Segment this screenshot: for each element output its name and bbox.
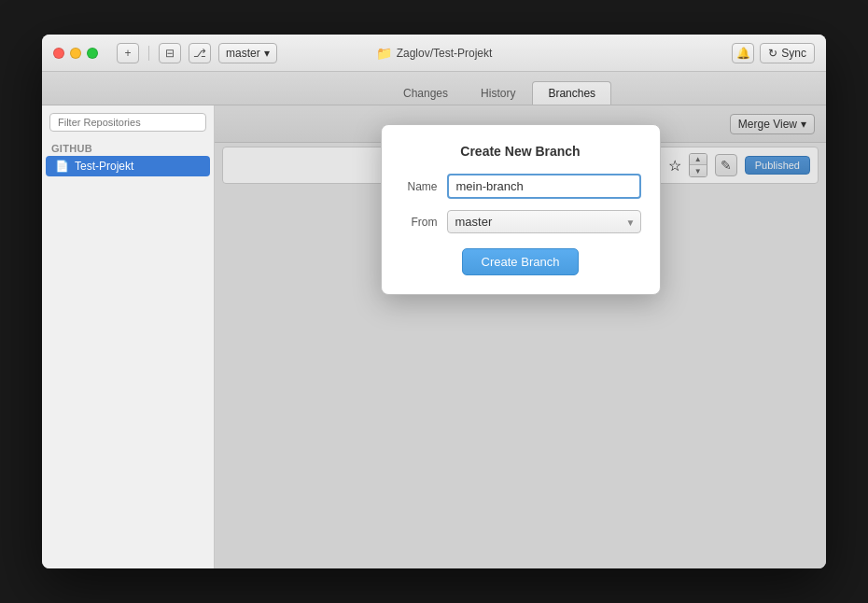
bell-icon: 🔔: [736, 47, 750, 60]
create-branch-button[interactable]: Create Branch: [462, 248, 580, 275]
folder-icon: 📁: [376, 46, 392, 61]
sidebar-item-test-projekt[interactable]: 📄 Test-Projekt: [46, 156, 210, 176]
branch-name-input[interactable]: [447, 174, 641, 199]
content-area: Merge View ▾ 3:35 nachm. ☆ ▲ ▼: [215, 105, 826, 568]
name-label: Name: [400, 180, 438, 193]
close-button[interactable]: [53, 48, 64, 59]
modal-footer: Create Branch: [400, 248, 641, 275]
title-text: Zaglov/Test-Projekt: [397, 47, 493, 60]
branch-icon: ⎇: [193, 47, 206, 60]
create-branch-modal: Create New Branch Name From master devel…: [381, 124, 661, 295]
titlebar-center: 📁 Zaglov/Test-Projekt: [376, 46, 493, 61]
chevron-down-icon: ▾: [264, 47, 270, 60]
layout-button[interactable]: ⊟: [159, 43, 181, 63]
branch-selector[interactable]: master ▾: [218, 43, 277, 63]
titlebar-left: + ⊟ ⎇ master ▾: [117, 43, 277, 63]
tab-changes[interactable]: Changes: [387, 81, 464, 105]
sync-button[interactable]: ↻ Sync: [760, 43, 815, 63]
sidebar: GitHub 📄 Test-Projekt: [42, 105, 215, 568]
titlebar: + ⊟ ⎇ master ▾ 📁 Zaglov/Test-Projekt 🔔: [42, 35, 826, 72]
sync-label: Sync: [781, 47, 806, 60]
tab-history[interactable]: History: [465, 81, 531, 105]
repo-name: Test-Projekt: [75, 160, 133, 173]
notification-button[interactable]: 🔔: [732, 43, 754, 63]
divider: [148, 46, 149, 61]
from-select-wrapper: master develop HEAD ▼: [447, 210, 641, 233]
modal-from-row: From master develop HEAD ▼: [400, 210, 641, 233]
minimize-button[interactable]: [70, 48, 81, 59]
from-select[interactable]: master develop HEAD: [447, 210, 641, 233]
tabsbar: Changes History Branches: [42, 72, 826, 105]
traffic-lights: [53, 48, 98, 59]
github-section-label: GitHub: [42, 139, 214, 156]
main-area: GitHub 📄 Test-Projekt Merge View ▾ 3:35 …: [42, 105, 826, 568]
app-window: + ⊟ ⎇ master ▾ 📁 Zaglov/Test-Projekt 🔔: [42, 35, 826, 568]
tab-branches[interactable]: Branches: [532, 81, 611, 105]
window-title: 📁 Zaglov/Test-Projekt: [376, 46, 493, 61]
sync-icon: ↻: [768, 47, 777, 60]
layout-icon: ⊟: [165, 47, 175, 60]
filter-repositories-input[interactable]: [49, 113, 206, 132]
modal-title: Create New Branch: [400, 144, 641, 159]
from-label: From: [400, 216, 438, 229]
add-button[interactable]: +: [117, 43, 139, 63]
titlebar-right: 🔔 ↻ Sync: [732, 43, 815, 63]
modal-overlay: Create New Branch Name From master devel…: [215, 105, 826, 568]
modal-name-row: Name: [400, 174, 641, 199]
branch-icon-button[interactable]: ⎇: [189, 43, 211, 63]
maximize-button[interactable]: [87, 48, 98, 59]
repo-icon: 📄: [55, 160, 69, 173]
branch-name: master: [226, 47, 260, 60]
